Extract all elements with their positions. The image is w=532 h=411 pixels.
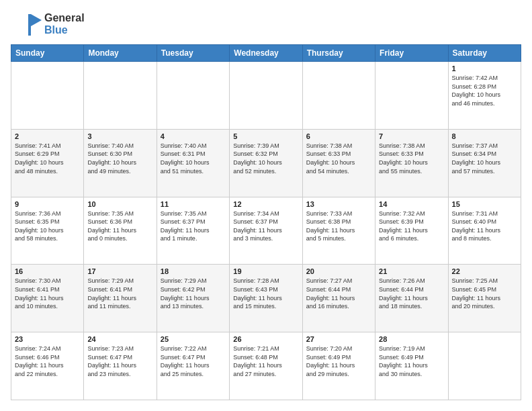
weekday-header-friday: Friday [375, 45, 448, 62]
calendar-cell [157, 62, 229, 130]
calendar-cell: 25Sunrise: 7:22 AM Sunset: 6:47 PM Dayli… [157, 332, 229, 400]
day-info: Sunrise: 7:31 AM Sunset: 6:40 PM Dayligh… [452, 210, 517, 243]
day-number: 4 [161, 132, 226, 140]
week-row-1: 1Sunrise: 7:42 AM Sunset: 6:28 PM Daylig… [11, 62, 521, 130]
calendar-cell: 24Sunrise: 7:23 AM Sunset: 6:47 PM Dayli… [84, 332, 157, 400]
day-number: 10 [87, 200, 152, 208]
weekday-header-sunday: Sunday [11, 45, 84, 62]
calendar-cell: 16Sunrise: 7:30 AM Sunset: 6:41 PM Dayli… [11, 265, 84, 332]
logo-svg [11, 11, 44, 38]
weekday-header-monday: Monday [84, 45, 157, 62]
day-number: 25 [161, 335, 226, 343]
calendar-cell: 13Sunrise: 7:33 AM Sunset: 6:38 PM Dayli… [302, 197, 375, 265]
calendar-cell: 10Sunrise: 7:35 AM Sunset: 6:36 PM Dayli… [84, 197, 157, 265]
day-number: 9 [15, 200, 80, 208]
calendar-cell [448, 332, 521, 400]
week-row-3: 9Sunrise: 7:36 AM Sunset: 6:35 PM Daylig… [11, 197, 521, 265]
calendar-cell [84, 62, 157, 130]
day-number: 26 [233, 335, 298, 343]
calendar-cell: 11Sunrise: 7:35 AM Sunset: 6:37 PM Dayli… [157, 197, 229, 265]
day-number: 14 [379, 200, 444, 208]
week-row-5: 23Sunrise: 7:24 AM Sunset: 6:46 PM Dayli… [11, 332, 521, 400]
svg-rect-1 [28, 14, 31, 36]
calendar-cell: 20Sunrise: 7:27 AM Sunset: 6:44 PM Dayli… [302, 265, 375, 332]
calendar-cell: 17Sunrise: 7:29 AM Sunset: 6:41 PM Dayli… [84, 265, 157, 332]
week-row-2: 2Sunrise: 7:41 AM Sunset: 6:29 PM Daylig… [11, 129, 521, 197]
calendar-cell: 18Sunrise: 7:29 AM Sunset: 6:42 PM Dayli… [157, 265, 229, 332]
day-info: Sunrise: 7:29 AM Sunset: 6:41 PM Dayligh… [87, 277, 152, 310]
day-number: 18 [161, 267, 226, 275]
day-info: Sunrise: 7:41 AM Sunset: 6:29 PM Dayligh… [15, 142, 80, 175]
calendar-cell [375, 62, 448, 130]
calendar-cell: 19Sunrise: 7:28 AM Sunset: 6:43 PM Dayli… [230, 265, 302, 332]
calendar-cell: 14Sunrise: 7:32 AM Sunset: 6:39 PM Dayli… [375, 197, 448, 265]
calendar-cell: 2Sunrise: 7:41 AM Sunset: 6:29 PM Daylig… [11, 129, 84, 197]
day-info: Sunrise: 7:21 AM Sunset: 6:48 PM Dayligh… [233, 345, 298, 378]
week-row-4: 16Sunrise: 7:30 AM Sunset: 6:41 PM Dayli… [11, 265, 521, 332]
calendar-cell: 6Sunrise: 7:38 AM Sunset: 6:33 PM Daylig… [302, 129, 375, 197]
logo-general-text: General [44, 12, 85, 24]
day-info: Sunrise: 7:40 AM Sunset: 6:31 PM Dayligh… [161, 142, 226, 175]
day-number: 1 [452, 64, 517, 73]
day-info: Sunrise: 7:37 AM Sunset: 6:34 PM Dayligh… [452, 142, 517, 175]
calendar-cell: 5Sunrise: 7:39 AM Sunset: 6:32 PM Daylig… [230, 129, 302, 197]
day-info: Sunrise: 7:35 AM Sunset: 6:37 PM Dayligh… [161, 210, 226, 243]
logo-blue-text: Blue [44, 24, 85, 36]
calendar-cell: 15Sunrise: 7:31 AM Sunset: 6:40 PM Dayli… [448, 197, 521, 265]
day-number: 28 [379, 335, 444, 343]
day-info: Sunrise: 7:30 AM Sunset: 6:41 PM Dayligh… [15, 277, 80, 310]
day-info: Sunrise: 7:32 AM Sunset: 6:39 PM Dayligh… [379, 210, 444, 243]
calendar-cell [11, 62, 84, 130]
day-info: Sunrise: 7:34 AM Sunset: 6:37 PM Dayligh… [233, 210, 298, 243]
day-info: Sunrise: 7:35 AM Sunset: 6:36 PM Dayligh… [87, 210, 152, 243]
day-number: 12 [233, 200, 298, 208]
weekday-header-thursday: Thursday [302, 45, 375, 62]
day-number: 19 [233, 267, 298, 275]
day-info: Sunrise: 7:25 AM Sunset: 6:45 PM Dayligh… [452, 277, 517, 310]
weekday-header-wednesday: Wednesday [230, 45, 302, 62]
calendar-cell [302, 62, 375, 130]
calendar-cell: 22Sunrise: 7:25 AM Sunset: 6:45 PM Dayli… [448, 265, 521, 332]
calendar-cell: 1Sunrise: 7:42 AM Sunset: 6:28 PM Daylig… [448, 62, 521, 130]
day-number: 16 [15, 267, 80, 275]
day-number: 17 [87, 267, 152, 275]
day-info: Sunrise: 7:38 AM Sunset: 6:33 PM Dayligh… [306, 142, 371, 175]
page: GeneralBlue SundayMondayTuesdayWednesday… [0, 0, 532, 411]
logo: GeneralBlue [11, 11, 85, 38]
day-info: Sunrise: 7:23 AM Sunset: 6:47 PM Dayligh… [87, 345, 152, 378]
calendar-cell: 8Sunrise: 7:37 AM Sunset: 6:34 PM Daylig… [448, 129, 521, 197]
day-number: 13 [306, 200, 371, 208]
day-number: 24 [87, 335, 152, 343]
day-number: 3 [87, 132, 152, 140]
day-info: Sunrise: 7:36 AM Sunset: 6:35 PM Dayligh… [15, 210, 80, 243]
day-number: 22 [452, 267, 517, 275]
calendar-cell: 26Sunrise: 7:21 AM Sunset: 6:48 PM Dayli… [230, 332, 302, 400]
day-info: Sunrise: 7:22 AM Sunset: 6:47 PM Dayligh… [161, 345, 226, 378]
day-info: Sunrise: 7:19 AM Sunset: 6:49 PM Dayligh… [379, 345, 444, 378]
calendar-cell [230, 62, 302, 130]
calendar-cell: 21Sunrise: 7:26 AM Sunset: 6:44 PM Dayli… [375, 265, 448, 332]
calendar-cell: 27Sunrise: 7:20 AM Sunset: 6:49 PM Dayli… [302, 332, 375, 400]
day-number: 5 [233, 132, 298, 140]
header: GeneralBlue [11, 11, 521, 38]
day-info: Sunrise: 7:39 AM Sunset: 6:32 PM Dayligh… [233, 142, 298, 175]
day-info: Sunrise: 7:29 AM Sunset: 6:42 PM Dayligh… [161, 277, 226, 310]
weekday-header-tuesday: Tuesday [157, 45, 229, 62]
calendar-cell: 28Sunrise: 7:19 AM Sunset: 6:49 PM Dayli… [375, 332, 448, 400]
calendar-table: SundayMondayTuesdayWednesdayThursdayFrid… [11, 44, 521, 400]
calendar-cell: 4Sunrise: 7:40 AM Sunset: 6:31 PM Daylig… [157, 129, 229, 197]
day-info: Sunrise: 7:33 AM Sunset: 6:38 PM Dayligh… [306, 210, 371, 243]
calendar-cell: 7Sunrise: 7:38 AM Sunset: 6:33 PM Daylig… [375, 129, 448, 197]
calendar-cell: 12Sunrise: 7:34 AM Sunset: 6:37 PM Dayli… [230, 197, 302, 265]
weekday-header-saturday: Saturday [448, 45, 521, 62]
weekday-header-row: SundayMondayTuesdayWednesdayThursdayFrid… [11, 45, 521, 62]
day-number: 6 [306, 132, 371, 140]
day-number: 7 [379, 132, 444, 140]
day-number: 27 [306, 335, 371, 343]
day-info: Sunrise: 7:38 AM Sunset: 6:33 PM Dayligh… [379, 142, 444, 175]
calendar-cell: 3Sunrise: 7:40 AM Sunset: 6:30 PM Daylig… [84, 129, 157, 197]
day-info: Sunrise: 7:40 AM Sunset: 6:30 PM Dayligh… [87, 142, 152, 175]
day-number: 8 [452, 132, 517, 140]
day-number: 15 [452, 200, 517, 208]
day-number: 2 [15, 132, 80, 140]
